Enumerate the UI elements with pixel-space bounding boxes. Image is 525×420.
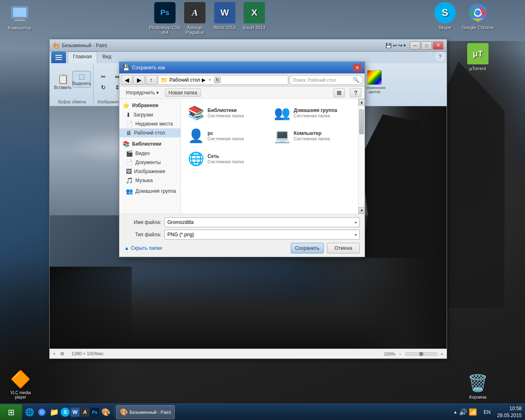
close-button[interactable]: ✕ xyxy=(433,41,443,50)
refresh-button[interactable]: ↻ xyxy=(214,77,221,83)
dialog-scrollbar: ▲ ▼ xyxy=(358,99,365,214)
up-button[interactable]: ↑ xyxy=(146,75,157,85)
libraries-file-icon: 📚 xyxy=(188,105,204,121)
color-picker-button[interactable] xyxy=(367,70,382,85)
desktop-icon-vlc[interactable]: 🔶 VLC mediaplayer xyxy=(4,369,37,399)
organize-button[interactable]: Упорядочить ▾ xyxy=(123,89,162,97)
paint-statusbar: + ⊞ 1280 × 1024пкс 100% − + xyxy=(50,349,447,358)
filename-dropdown-arrow[interactable]: ▾ xyxy=(355,220,357,225)
dialog-file-area: 📚 Библиотеки Системная папка 👥 Домашняя … xyxy=(181,99,358,214)
search-box[interactable]: Поиск: Рабочий стол 🔍 xyxy=(289,75,363,85)
select-button[interactable]: ⬚ Выделить xyxy=(73,71,91,87)
scrollbar-track[interactable] xyxy=(358,105,365,207)
forward-button[interactable]: ▶ xyxy=(133,75,145,85)
taskbar-word-icon[interactable]: W xyxy=(71,408,80,417)
zoom-slider[interactable] xyxy=(405,352,438,356)
taskbar-explorer-icon[interactable]: 📁 xyxy=(48,406,60,418)
minimize-button[interactable]: ─ xyxy=(410,41,420,50)
recent-icon: 📄 xyxy=(126,121,133,127)
hide-folders-button[interactable]: ▲ Скрыть папки xyxy=(124,245,162,251)
libraries-header[interactable]: 📚 Библиотеки xyxy=(119,139,180,149)
file-item-computer[interactable]: 💻 Компьютер Системная папка xyxy=(270,125,355,146)
sidebar-item-desktop[interactable]: 🖥 Рабочий стол xyxy=(119,128,180,137)
desktop-icon-chrome[interactable]: Google Chrome xyxy=(461,2,494,30)
advego-icon-label: Advego Plagiatus xyxy=(178,25,211,35)
tab-home[interactable]: Главная xyxy=(68,52,97,63)
path-bar[interactable]: 📁 Рабочий стол ▶ ▾ ↻ xyxy=(158,75,288,85)
chrome-icon xyxy=(467,2,488,23)
statusbar-zoom: 100% − + xyxy=(384,352,443,356)
rotate-button[interactable]: ↻ xyxy=(97,82,110,92)
taskbar-chrome-icon[interactable] xyxy=(36,406,48,418)
other-section: 👥 Домашняя группа xyxy=(119,187,180,196)
svg-point-6 xyxy=(475,10,481,16)
taskbar-ps-icon[interactable]: Ps xyxy=(90,408,99,417)
help-button[interactable]: ? xyxy=(435,52,445,62)
taskbar-paint-app[interactable]: 🎨 Безымянный - Paint xyxy=(116,405,175,419)
taskbar-quicklaunch: 🌐 📁 S W A Ps 🎨 xyxy=(24,406,114,418)
taskbar-advego-icon[interactable]: A xyxy=(80,408,89,417)
dialog-close-button[interactable]: ✕ xyxy=(353,64,361,71)
filetype-select[interactable]: PNG (*.png) ▾ xyxy=(164,230,360,240)
sidebar-item-homegroup[interactable]: 👥 Домашняя группа xyxy=(119,187,180,196)
taskbar-paint-icon[interactable]: 🎨 xyxy=(100,406,112,418)
svg-rect-3 xyxy=(14,20,25,21)
utorrent-icon-label: μTorrent xyxy=(470,66,486,71)
scrollbar-up-button[interactable]: ▲ xyxy=(358,99,365,105)
filename-field: Имя файла: ▾ xyxy=(124,217,360,227)
view-toggle-button[interactable]: ⊞ xyxy=(333,88,345,97)
file-item-libraries[interactable]: 📚 Библиотеки Системная папка xyxy=(184,102,269,123)
file-item-network[interactable]: 🌐 Сеть Системная папка xyxy=(184,148,269,169)
word-icon-label: Word 2013 xyxy=(214,25,236,30)
filetype-dropdown-arrow[interactable]: ▾ xyxy=(355,233,357,237)
file-item-user[interactable]: 👤 рс Системная папка xyxy=(184,125,269,146)
desktop-icon-recycle[interactable]: 🗑️ Корзина xyxy=(461,373,494,399)
skype-icon-label: Skype xyxy=(439,25,452,30)
maximize-button[interactable]: □ xyxy=(421,41,432,50)
language-indicator[interactable]: EN xyxy=(480,409,494,415)
cancel-button[interactable]: Отмена xyxy=(327,243,360,253)
scrollbar-down-button[interactable]: ▼ xyxy=(358,207,365,214)
taskbar-clock[interactable]: 10:58 29.05.2015 xyxy=(494,405,525,419)
file-item-homegroup[interactable]: 👥 Домашняя группа Системная папка xyxy=(270,102,355,123)
paint-menu-button[interactable] xyxy=(51,52,66,63)
sidebar-item-recent[interactable]: 📄 Недавние места xyxy=(119,119,180,128)
taskbar-ie-icon[interactable]: 🌐 xyxy=(24,406,35,418)
desktop-icon-photoshop[interactable]: Ps Photoshop CS6 x64 xyxy=(148,2,181,35)
computer-icon xyxy=(10,4,30,24)
svg-rect-2 xyxy=(16,18,23,20)
favorites-header[interactable]: ⭐ Избранное xyxy=(119,100,180,110)
sidebar-item-images[interactable]: 🖼 Изображения xyxy=(119,167,180,176)
sidebar-item-docs[interactable]: 📄 Документы xyxy=(119,158,180,167)
desktop-icon-advego[interactable]: A Advego Plagiatus xyxy=(178,2,211,35)
excel-icon: X xyxy=(244,2,265,23)
desktop-icon-word[interactable]: W Word 2013 xyxy=(208,2,241,30)
back-button[interactable]: ◀ xyxy=(121,75,132,85)
sidebar-item-downloads[interactable]: ⬇ Загрузки xyxy=(119,110,180,119)
tray-volume-icon[interactable]: 📶 xyxy=(469,408,477,416)
paste-button[interactable]: 📋 Вставить xyxy=(54,71,72,93)
dialog-actions: ▲ Скрыть папки Сохранить Отмена xyxy=(124,243,360,253)
desktop-icon-excel[interactable]: X Excel 2013 xyxy=(238,2,271,30)
svg-rect-8 xyxy=(55,57,62,58)
taskbar-skype-icon[interactable]: S xyxy=(61,408,70,417)
tray-network-icon[interactable]: 🔊 xyxy=(459,408,467,416)
dialog-sidebar: ⭐ Избранное ⬇ Загрузки 📄 Недавние места … xyxy=(119,99,181,214)
recycle-icon-label: Корзина xyxy=(469,395,486,399)
desktop-icon-computer[interactable]: Компьютер xyxy=(3,4,36,30)
desktop-icon-skype[interactable]: S Skype xyxy=(429,2,461,30)
save-button[interactable]: Сохранить xyxy=(291,243,324,253)
tab-view[interactable]: Вид xyxy=(97,52,117,63)
start-button[interactable] xyxy=(0,404,22,420)
new-folder-button[interactable]: Новая папка xyxy=(165,89,201,97)
help-dialog-button[interactable]: ? xyxy=(350,88,361,97)
sidebar-item-music[interactable]: 🎵 Музыка xyxy=(119,176,180,185)
crop-button[interactable]: ✂ xyxy=(97,72,110,82)
hide-folders-arrow: ▲ xyxy=(124,245,129,251)
filename-input-wrapper[interactable]: ▾ xyxy=(164,217,360,227)
filename-input[interactable] xyxy=(167,219,353,225)
scrollbar-thumb[interactable] xyxy=(359,110,364,134)
tray-expand-button[interactable]: ▲ xyxy=(453,410,457,414)
desktop-icon-utorrent[interactable]: μT μTorrent xyxy=(461,43,494,71)
sidebar-item-video[interactable]: 🎬 Видео xyxy=(119,149,180,158)
